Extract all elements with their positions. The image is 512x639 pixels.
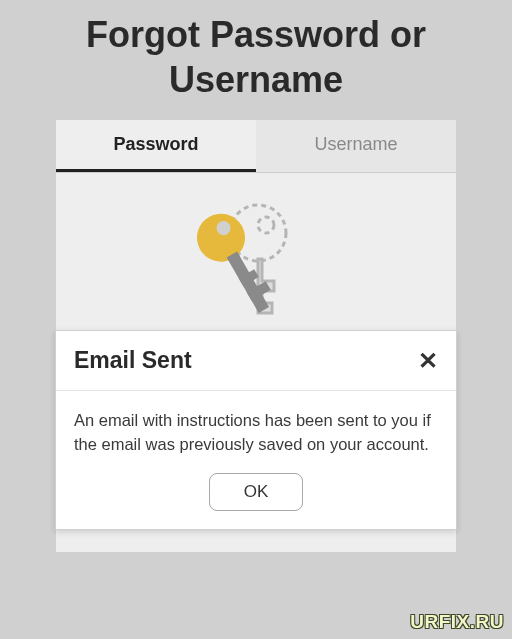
ok-button[interactable]: OK [209,473,304,511]
svg-point-1 [258,217,274,233]
close-icon[interactable]: ✕ [418,349,438,373]
modal-footer: OK [56,463,456,529]
svg-point-2 [188,205,254,271]
page-title: Forgot Password or Username [0,0,512,102]
modal-body-text: An email with instructions has been sent… [56,391,456,463]
tab-password[interactable]: Password [56,120,256,172]
modal-header: Email Sent ✕ [56,331,456,391]
watermark: URFIX.RU [410,611,504,633]
keys-icon [56,173,456,354]
modal-title: Email Sent [74,347,192,374]
email-sent-modal: Email Sent ✕ An email with instructions … [55,330,457,530]
tab-username[interactable]: Username [256,120,456,172]
tabs: Password Username [56,120,456,173]
